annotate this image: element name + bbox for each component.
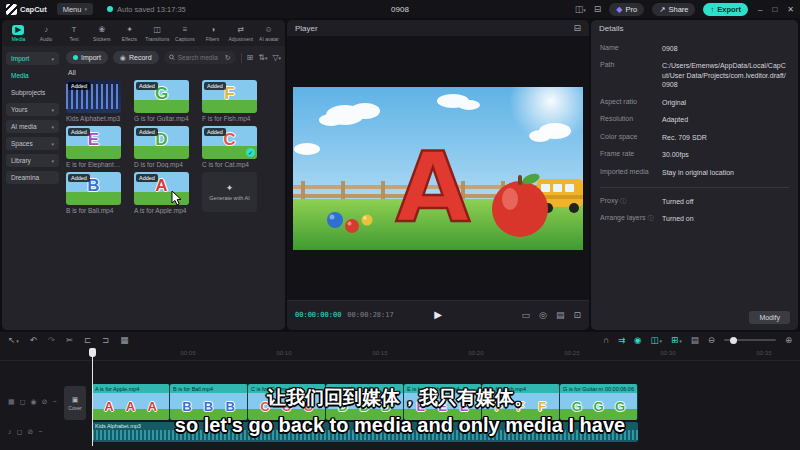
tab-captions[interactable]: ≡ Captions <box>172 25 199 42</box>
playhead-handle[interactable] <box>89 348 96 357</box>
preview-focus-icon[interactable]: ◎ <box>539 310 547 320</box>
generate-with-ai-button[interactable]: ✦ Generate with AI <box>202 172 257 212</box>
pro-label: Pro <box>626 5 638 14</box>
media-item-d-dog[interactable]: D Added D is for Dog.mp4 <box>134 126 189 168</box>
chevron-icon: ▾ <box>51 124 54 130</box>
export-button[interactable]: ↑ Export <box>703 3 748 16</box>
added-badge: Added <box>68 82 90 90</box>
player-panel: Player ⊟ <box>287 20 589 330</box>
sidebar-item-subprojects[interactable]: Subprojects <box>6 86 59 99</box>
tab-media[interactable]: ▶ Media <box>5 25 32 42</box>
media-item-kids-alphabet[interactable]: Added Kids Alphabet.mp3 <box>66 80 121 122</box>
subtitle-chinese: 让我们回到媒体，我只有媒体。 <box>0 385 800 411</box>
sidebar-item-ai-media[interactable]: AI media ▾ <box>6 120 59 133</box>
divider <box>241 53 242 63</box>
detail-aspect-value: Original <box>662 98 789 107</box>
import-button[interactable]: Import <box>66 51 108 64</box>
ai-avatar-icon: ☺ <box>265 25 273 35</box>
detail-arrange-value: Turned on <box>662 214 789 223</box>
close-button[interactable]: ✕ <box>787 5 794 14</box>
section-label: All <box>68 69 285 76</box>
tab-effects[interactable]: ✦ Effects <box>116 25 143 42</box>
transitions-icon: ◫ <box>154 25 162 35</box>
tab-audio[interactable]: ♪ Audio <box>33 25 60 42</box>
mouse-cursor <box>171 191 183 205</box>
added-badge: Added <box>204 82 226 90</box>
capcut-logo-icon <box>6 4 17 15</box>
search-box[interactable]: ↻ <box>164 51 236 64</box>
media-library-panel: ▶ Media ♪ Audio T Text ❀ Stickers ✦ Effe… <box>2 20 285 330</box>
search-icon <box>169 54 175 61</box>
layout-toggle-icon[interactable]: ◫▾ <box>575 4 586 14</box>
snapping-icon[interactable]: ◉ <box>634 335 641 345</box>
media-item-b-ball[interactable]: B Added B is for Ball.mp4 <box>66 172 121 214</box>
modify-button[interactable]: Modify <box>749 311 790 324</box>
timeline-zoom-slider[interactable] <box>724 339 776 341</box>
timeline-ruler[interactable]: 00:05 00:10 00:15 00:20 00:25 00:30 00:3… <box>0 348 800 361</box>
sidebar-item-yours[interactable]: Yours ▾ <box>6 103 59 116</box>
select-tool-icon[interactable]: ↖▾ <box>8 335 19 345</box>
sidebar-item-dreamina[interactable]: Dreamina <box>6 171 59 184</box>
zoom-in-icon[interactable]: ⊕ <box>785 335 792 345</box>
undo-icon[interactable]: ↶ <box>30 335 37 345</box>
media-item-c-cat[interactable]: C Added ✓ C is for Cat.mp4 <box>202 126 257 168</box>
maximize-button[interactable]: □ <box>772 5 777 14</box>
media-item-a-apple[interactable]: A Added A is for Apple.mp4 <box>134 172 189 214</box>
track-height-icon[interactable]: ▤ <box>691 335 699 345</box>
tab-stickers[interactable]: ❀ Stickers <box>88 25 115 42</box>
sidebar-item-library[interactable]: Library ▾ <box>6 154 59 167</box>
tab-transitions[interactable]: ◫ Transitions <box>144 25 171 42</box>
delete-right-icon[interactable]: ⊐ <box>102 335 109 345</box>
share-button[interactable]: ↗ Share <box>652 3 695 16</box>
record-button[interactable]: ◉ Record <box>113 51 159 64</box>
media-item-f-fish[interactable]: F Added F is for Fish.mp4 <box>202 80 257 122</box>
auto-ripple-icon[interactable]: ⇉ <box>618 335 625 345</box>
autosave-text: Auto saved 13:17:35 <box>117 5 186 14</box>
tab-adjustment[interactable]: ⇄ Adjustment <box>227 25 254 42</box>
minimize-button[interactable]: – <box>758 5 762 14</box>
sidebar-item-spaces[interactable]: Spaces ▾ <box>6 137 59 150</box>
autosave-dot-icon <box>107 6 113 12</box>
filters-icon: ◑ <box>210 25 215 35</box>
magnet-icon[interactable]: ∩ <box>603 335 609 345</box>
delete-left-icon[interactable]: ⊏ <box>84 335 91 345</box>
export-label: Export <box>717 5 741 14</box>
zoom-out-icon[interactable]: ⊖ <box>708 335 715 345</box>
captions-icon: ≡ <box>183 25 188 35</box>
menu-button[interactable]: Menu ▾ <box>57 3 93 15</box>
sort-icon[interactable]: ⇅▾ <box>258 53 267 62</box>
crop-icon[interactable]: ▦ <box>120 335 128 345</box>
split-icon[interactable]: ✂ <box>66 335 73 345</box>
fullscreen-icon[interactable]: ⊡ <box>573 310 581 320</box>
preview-quality-icon[interactable]: ▤ <box>556 310 565 320</box>
chevron-icon: ▾ <box>51 107 54 113</box>
search-input[interactable] <box>178 54 222 61</box>
chevron-icon: ▾ <box>51 158 54 164</box>
preview-axis-icon[interactable]: ◫▾ <box>651 335 663 345</box>
redo-icon[interactable]: ↷ <box>48 335 55 345</box>
search-refresh-icon[interactable]: ↻ <box>225 54 231 62</box>
tab-filters[interactable]: ◑ Filters <box>199 25 226 42</box>
grid-view-icon[interactable]: ⊞ <box>247 53 254 62</box>
audio-icon: ♪ <box>44 25 48 35</box>
media-item-e-elephant[interactable]: E Added E is for Elephant.mp4 <box>66 126 121 168</box>
filter-icon[interactable]: ▽▾ <box>272 53 281 62</box>
detail-path-value: C:/Users/Emenws/AppData/Local/CapCut/Use… <box>662 61 789 89</box>
detail-proxy-value: Turned off <box>662 197 789 206</box>
panels-icon[interactable]: ⊟ <box>594 4 602 14</box>
media-item-g-guitar[interactable]: G Added G is for Guitar.mp4 <box>134 80 189 122</box>
detail-imported-value: Stay in original location <box>662 168 789 177</box>
sidebar-item-media[interactable]: Media <box>6 69 59 82</box>
pro-button[interactable]: ◆ Pro <box>609 3 644 16</box>
added-check-icon: ✓ <box>246 148 255 157</box>
tab-ai-avatar[interactable]: ☺ AI avatar <box>255 25 282 42</box>
canvas-ratio-icon[interactable]: ▭ <box>522 310 531 320</box>
added-badge: Added <box>68 174 90 182</box>
details-panel: Details Name 0908 Path C:/Users/Emenws/A… <box>591 20 798 330</box>
sidebar-item-import[interactable]: Import ▾ <box>6 52 59 65</box>
player-expand-icon[interactable]: ⊟ <box>573 23 581 33</box>
adjustment-icon: ⇄ <box>237 25 244 35</box>
linked-selection-icon[interactable]: ⊞▾ <box>671 335 682 345</box>
tab-text[interactable]: T Text <box>61 25 88 42</box>
zoom-slider-knob[interactable] <box>730 337 737 344</box>
